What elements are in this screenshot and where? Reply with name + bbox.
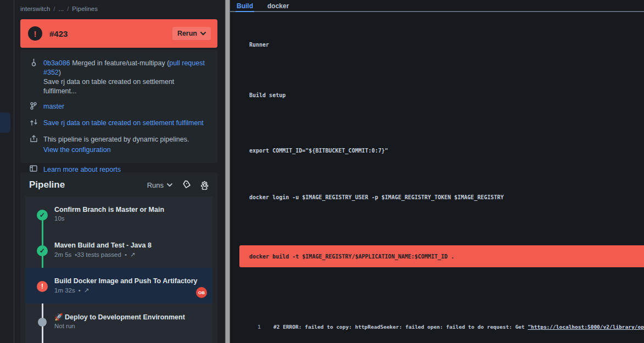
commit-subtitle: Save rj data on table created on settlem… [43,77,209,96]
pipeline-title: Pipeline [29,179,65,190]
step-status: Not run [54,323,75,329]
log-tabs: Build docker [230,0,644,12]
commit-icon [29,59,38,70]
log-line: 1#2 ERROR: failed to copy: httpReadSeeke… [230,322,644,332]
log-command-export[interactable]: export COMMIT_ID="${BITBUCKET_COMMIT:0:7… [230,148,644,154]
tab-build[interactable]: Build [236,0,254,12]
branch-link[interactable]: master [43,102,64,111]
breadcrumb: interswitch / ... / Pipelines [20,5,217,12]
breadcrumb-separator: / [67,5,69,12]
chevron-down-icon [200,32,206,36]
error-log-lines: 1#2 ERROR: failed to copy: httpReadSeeke… [230,301,644,343]
step-duration: 10s [54,215,65,222]
branch-row: master [29,102,209,113]
log-section-build-setup[interactable]: Build setup [230,92,644,98]
step-name: Build Docker Image and Push To Artifacto… [54,277,197,285]
breadcrumb-workspace[interactable]: interswitch [20,5,50,12]
pull-request-row: Save rj data on table created on settlem… [29,119,209,129]
tag-icon [181,180,191,190]
pull-request-title-link[interactable]: Save rj data on table created on settlem… [43,119,204,128]
left-nav-rail [0,0,14,343]
upload-icon [29,135,38,145]
settings-button[interactable] [200,180,210,190]
view-configuration-link[interactable]: View the configuration [43,145,189,155]
log-failed-command[interactable]: docker build -t $IMAGE_REGISTRY/$APPLICA… [239,245,644,267]
line-number: 1 [230,322,261,332]
external-link-icon: ↗ [130,251,136,258]
bullet: • [79,287,81,294]
rerun-button[interactable]: Rerun [172,27,211,40]
dynamic-pipeline-row: This pipeline is generated by dynamic pi… [29,135,209,155]
label-tag-button[interactable] [181,180,191,190]
step-name: Confirm Branch is Master or Main [54,206,164,213]
pull-request-icon [29,119,38,129]
log-command-docker-login[interactable]: docker login -u $IMAGE_REGISTRY_USER -p … [230,194,644,200]
tab-docker[interactable]: docker [266,0,290,12]
commit-hash-link[interactable]: 0b3a086 [43,59,70,67]
external-link-icon: ↗ [84,286,89,294]
panel-scrollbar[interactable] [225,0,230,343]
log-section-runner[interactable]: Runner [230,42,644,48]
step-tests-passed: •33 tests passed [75,251,121,258]
rerun-label: Rerun [177,30,197,37]
steps-list: ✓ Confirm Branch is Master or Main 10s ✓… [25,196,212,343]
log-text: #2 ERROR: failed to copy: httpReadSeeker… [273,324,528,330]
step-name: Maven Build and Test - Java 8 [54,241,152,249]
pipeline-card: Pipeline Runs ✓ Confirm Branch is Master… [20,172,217,343]
breadcrumb-separator: / [53,5,55,12]
success-check-icon: ✓ [37,245,48,256]
gear-icon [200,180,210,190]
step-user-badge: OB [196,287,207,298]
runs-dropdown[interactable]: Runs [147,181,172,189]
dynamic-pipeline-note: This pipeline is generated by dynamic pi… [43,136,189,143]
log-body: Runner Build setup export COMMIT_ID="${B… [230,12,644,343]
build-number: #423 [49,29,68,38]
commit-message: Merged in feature/uat-multipay ( [72,59,169,67]
pipeline-sidebar: interswitch / ... / Pipelines ! #423 Rer… [14,0,225,343]
not-run-icon [38,318,47,327]
branch-icon [29,102,38,113]
failed-command-text: docker build -t $IMAGE_REGISTRY/$APPLICA… [239,254,454,260]
log-link[interactable]: "https://localhost:5000/v2/library/openj… [528,324,644,330]
breadcrumb-pipelines[interactable]: Pipelines [72,5,98,12]
step-duration: 1m 32s [54,287,75,294]
step-duration: 2m 5s [54,251,71,258]
failed-icon: ! [37,281,48,292]
failed-build-banner: ! #423 Rerun [20,19,217,48]
runs-label: Runs [147,181,164,189]
bullet: • [125,251,127,258]
pipeline-header: Pipeline Runs [20,172,217,196]
step-name: 🚀 Deploy to Development Environment [54,313,185,321]
step-confirm-branch[interactable]: ✓ Confirm Branch is Master or Main 10s [25,196,212,232]
error-icon: ! [28,26,42,41]
success-check-icon: ✓ [37,210,48,221]
step-deploy-dev[interactable]: 🚀 Deploy to Development Environment Not … [25,303,212,339]
commit-row: 0b3a086 Merged in feature/uat-multipay (… [29,59,209,96]
breadcrumb-ellipsis[interactable]: ... [59,5,64,12]
nav-selected-item[interactable] [0,113,10,133]
commit-message-close: ) [59,69,61,76]
step-maven-build[interactable]: ✓ Maven Build and Test - Java 8 2m 5s •3… [25,232,212,268]
build-summary-card: 0b3a086 Merged in feature/uat-multipay (… [20,50,217,163]
log-panel: Build docker Runner Build setup export C… [230,0,644,343]
chevron-down-icon [167,183,172,187]
step-build-docker[interactable]: ! Build Docker Image and Push To Artifac… [25,268,212,303]
